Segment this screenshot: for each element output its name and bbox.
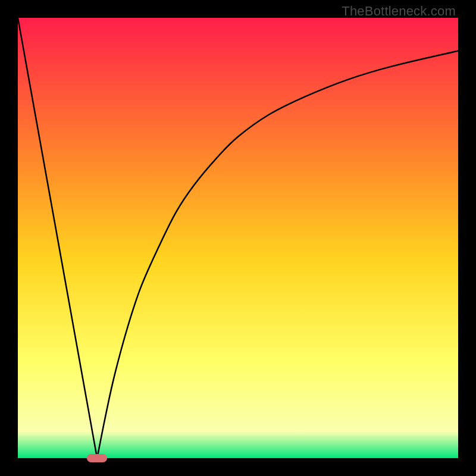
optimal-marker [87,454,107,462]
plot-area [18,18,458,458]
watermark-text: TheBottleneck.com [342,4,456,19]
chart-frame: TheBottleneck.com [0,0,476,476]
bottleneck-curve [18,18,458,458]
curve-layer [18,18,458,458]
